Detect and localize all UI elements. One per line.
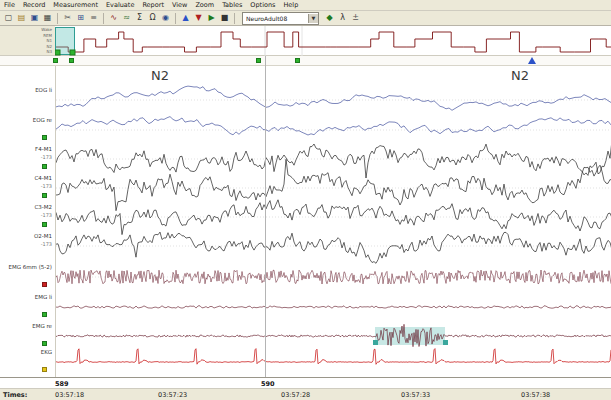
menu-measurement[interactable]: Measurement <box>53 1 98 9</box>
marker-down-icon[interactable]: ▼ <box>192 12 205 25</box>
epoch-number: 590 <box>261 380 275 388</box>
trace-eog-re <box>56 117 611 135</box>
new-record-icon[interactable]: ▢ <box>2 12 15 25</box>
stage-label-right: N2 <box>511 68 529 83</box>
time-tick: 03:57:28 <box>281 391 310 399</box>
channel-label-emg-re[interactable]: EMG re <box>32 323 52 329</box>
channel-scale: -173 <box>41 154 52 160</box>
stage-axis-rem: REM <box>43 33 52 38</box>
event-marker-green[interactable] <box>256 58 261 63</box>
time-axis-row: Times: 03:57:1803:57:2303:57:2803:57:330… <box>0 388 611 400</box>
channel-scale: -173 <box>41 183 52 189</box>
channel-label-emg-6mm-5-2[interactable]: EMG 6mm (5-2) <box>9 264 52 270</box>
target-icon[interactable]: ◉ <box>159 12 172 25</box>
chevron-down-icon[interactable]: ▼ <box>308 14 318 23</box>
print-icon[interactable]: ▦ <box>41 12 54 25</box>
event-marker-green[interactable] <box>295 58 300 63</box>
menu-zoom[interactable]: Zoom <box>195 1 214 9</box>
hypnogram-trace <box>55 32 611 52</box>
cut-icon[interactable]: ✂ <box>61 12 74 25</box>
menu-record[interactable]: Record <box>23 1 45 9</box>
trace-c4-m1 <box>56 159 611 210</box>
wave-icon[interactable]: ∿ <box>107 12 120 25</box>
position-marker-triangle[interactable] <box>528 57 536 64</box>
event-handle-left[interactable] <box>373 340 378 345</box>
channel-label-c3-m2[interactable]: C3-M2 <box>34 204 52 210</box>
lambda-icon[interactable]: λ <box>336 12 349 25</box>
menu-view[interactable]: View <box>172 1 187 9</box>
stop-icon[interactable]: ■ <box>218 12 231 25</box>
channel-label-ekg[interactable]: EKG <box>41 349 52 355</box>
channel-indicator <box>42 135 47 140</box>
time-tick: 03:57:33 <box>401 391 430 399</box>
event-icon[interactable]: ◆ <box>323 12 336 25</box>
toolbar: ▢▤▣▦✂⊞≡∿≈ΣΩ◉▲▼▶■NeuroAdult08▼◆λ± <box>0 11 611 26</box>
stage-axis-n2: N2 <box>46 44 52 49</box>
grid-icon[interactable]: ⊞ <box>74 12 87 25</box>
stage-axis-n3: N3 <box>46 49 52 54</box>
event-marker-green[interactable] <box>53 58 58 63</box>
trace-emg-6mm-5-2 <box>56 270 611 284</box>
toolbar-separator <box>103 13 104 24</box>
analysis-sigma-icon[interactable]: Σ <box>133 12 146 25</box>
event-marker-strip[interactable] <box>0 56 611 66</box>
times-label: Times: <box>3 391 27 399</box>
channel-label-c4-m1[interactable]: C4-M1 <box>34 175 52 181</box>
channel-label-gutter: EOG liEOG reF4-M1-173C4-M1-173C3-M2-173O… <box>0 66 55 377</box>
menu-help[interactable]: Help <box>283 1 298 9</box>
trace-emg-re <box>56 324 611 346</box>
channel-label-eog-li[interactable]: EOG li <box>35 87 52 93</box>
selection-handle-right[interactable] <box>70 50 75 55</box>
channel-scale: -173 <box>41 212 52 218</box>
save-icon[interactable]: ▣ <box>28 12 41 25</box>
calibrate-icon[interactable]: ± <box>349 12 362 25</box>
epoch-number: 589 <box>55 380 69 388</box>
event-handle-right[interactable] <box>443 340 448 345</box>
menu-report[interactable]: Report <box>142 1 164 9</box>
impedance-omega-icon[interactable]: Ω <box>146 12 159 25</box>
channel-indicator <box>42 341 47 346</box>
epoch-number-row: 589590 <box>0 377 611 388</box>
channel-label-eog-re[interactable]: EOG re <box>33 117 52 123</box>
hypnogram-overview[interactable] <box>55 26 611 56</box>
channel-scale: -173 <box>41 241 52 247</box>
time-tick: 03:57:38 <box>521 391 550 399</box>
waveform-plot[interactable]: N2 N2 <box>55 66 611 377</box>
montage-select-value: NeuroAdult08 <box>246 15 308 22</box>
trace-ekg <box>56 349 611 365</box>
menu-file[interactable]: File <box>4 1 15 9</box>
trace-emg-li <box>56 306 611 308</box>
channel-label-o2-m1[interactable]: O2-M1 <box>34 233 52 239</box>
stage-axis-n1: N1 <box>46 38 52 43</box>
time-tick: 03:57:18 <box>55 391 84 399</box>
event-marker-green[interactable] <box>69 58 74 63</box>
play-icon[interactable]: ▶ <box>205 12 218 25</box>
montage-select[interactable]: NeuroAdult08▼ <box>242 12 319 25</box>
stage-axis-wake: Wake <box>41 27 52 32</box>
hypnogram-svg <box>55 26 611 56</box>
trace-o2-m1 <box>56 232 611 263</box>
channel-label-emg-li[interactable]: EMG li <box>35 294 52 300</box>
trace-eog-li <box>56 86 611 110</box>
menu-options[interactable]: Options <box>250 1 275 9</box>
channel-indicator <box>42 312 47 317</box>
psg-viewer-window: FileRecordMeasurementEvaluateReportViewZ… <box>0 0 611 400</box>
menu-evaluate[interactable]: Evaluate <box>106 1 134 9</box>
marker-up-icon[interactable]: ▲ <box>179 12 192 25</box>
open-record-icon[interactable]: ▤ <box>15 12 28 25</box>
time-tick: 03:57:23 <box>158 391 187 399</box>
time-cursor[interactable] <box>265 56 266 377</box>
channel-indicator <box>42 193 47 198</box>
channel-label-f4-m1[interactable]: F4-M1 <box>35 146 52 152</box>
toolbar-separator <box>57 13 58 24</box>
menu-tables[interactable]: Tables <box>222 1 242 9</box>
scored-event-highlight[interactable] <box>375 327 445 345</box>
stage-label-left: N2 <box>151 68 169 83</box>
selection-handle-left[interactable] <box>55 50 60 55</box>
menu-bar: FileRecordMeasurementEvaluateReportViewZ… <box>0 0 611 11</box>
hypnogram-stage-axis: WakeREMN1N2N3 <box>0 26 55 56</box>
montage-icon[interactable]: ≡ <box>87 12 100 25</box>
filter-icon[interactable]: ≈ <box>120 12 133 25</box>
channel-indicator <box>42 282 47 287</box>
channel-indicator <box>42 367 47 372</box>
